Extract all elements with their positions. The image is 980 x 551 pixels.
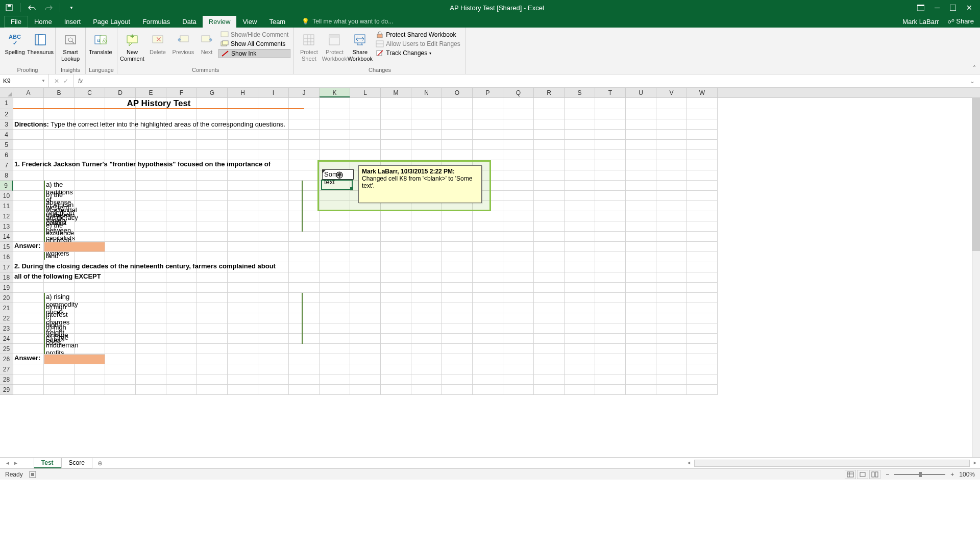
selected-cell-k9[interactable]	[321, 180, 353, 190]
expand-formula-icon[interactable]: ⌄	[965, 78, 980, 85]
allow-users-button[interactable]: Allow Users to Edit Ranges	[374, 40, 462, 48]
row-header[interactable]: 14	[0, 232, 13, 242]
row-header[interactable]: 19	[0, 283, 13, 293]
qat-customize-icon[interactable]: ▼	[66, 3, 77, 13]
enter-formula-icon[interactable]: ✓	[63, 78, 68, 85]
col-header[interactable]: V	[656, 88, 687, 97]
row-header[interactable]: 15	[0, 242, 13, 252]
row-header[interactable]: 29	[0, 385, 13, 395]
delete-comment-button[interactable]: ✕ Delete	[146, 31, 169, 57]
maximize-icon[interactable]	[950, 5, 956, 11]
col-header[interactable]: A	[13, 88, 44, 97]
show-all-comments-button[interactable]: Show All Comments	[218, 40, 290, 48]
col-header[interactable]: O	[442, 88, 473, 97]
tab-formulas[interactable]: Formulas	[136, 16, 176, 28]
row-header[interactable]: 1	[0, 98, 13, 109]
tab-data[interactable]: Data	[176, 16, 202, 28]
row-header[interactable]: 27	[0, 364, 13, 374]
col-header[interactable]: G	[197, 88, 228, 97]
protect-sheet-button[interactable]: Protect Sheet	[297, 31, 321, 63]
tab-view[interactable]: View	[236, 16, 263, 28]
zoom-level[interactable]: 100%	[959, 471, 975, 478]
previous-comment-button[interactable]: Previous	[172, 31, 195, 57]
row-header[interactable]: 23	[0, 323, 13, 334]
add-sheet-button[interactable]: ⊕	[92, 460, 108, 467]
row-header[interactable]: 7	[0, 160, 13, 170]
col-header[interactable]: W	[687, 88, 718, 97]
row-header[interactable]: 22	[0, 313, 13, 323]
tab-team[interactable]: Team	[263, 16, 291, 28]
fx-icon[interactable]: fx	[74, 78, 87, 85]
scrollbar-thumb[interactable]	[972, 98, 980, 251]
row-header[interactable]: 25	[0, 344, 13, 354]
col-header[interactable]: F	[166, 88, 197, 97]
row-header[interactable]: 21	[0, 303, 13, 313]
formula-input[interactable]	[87, 78, 965, 85]
row-header[interactable]: 26	[0, 354, 13, 364]
row-header[interactable]: 11	[0, 201, 13, 211]
page-layout-view-button[interactable]	[857, 470, 868, 479]
row-header[interactable]: 4	[0, 130, 13, 140]
share-workbook-button[interactable]: Share Workbook	[348, 31, 372, 63]
show-ink-button[interactable]: Show Ink	[218, 49, 290, 58]
sheet-tab-test[interactable]: Test	[34, 458, 61, 468]
row-header[interactable]: 18	[0, 272, 13, 283]
col-header[interactable]: K	[320, 88, 350, 97]
zoom-slider[interactable]	[894, 474, 945, 475]
row-header[interactable]: 16	[0, 252, 13, 262]
row-header[interactable]: 17	[0, 262, 13, 272]
col-header[interactable]: I	[258, 88, 289, 97]
row-header[interactable]: 5	[0, 140, 13, 150]
save-icon[interactable]	[4, 3, 14, 13]
row-header[interactable]: 2	[0, 109, 13, 119]
zoom-out-button[interactable]: −	[886, 471, 889, 478]
row-header[interactable]: 3	[0, 119, 13, 130]
close-icon[interactable]: ✕	[966, 4, 972, 12]
answer-box-2[interactable]	[44, 354, 105, 364]
chevron-down-icon[interactable]: ▼	[41, 79, 45, 83]
protect-workbook-button[interactable]: Protect Workbook	[323, 31, 346, 63]
col-header[interactable]: J	[289, 88, 320, 97]
row-header[interactable]: 13	[0, 221, 13, 232]
row-header[interactable]: 20	[0, 293, 13, 303]
answer-box-1[interactable]	[44, 242, 105, 252]
macro-record-icon[interactable]	[29, 471, 36, 478]
tab-review[interactable]: Review	[203, 16, 237, 28]
col-header[interactable]: Q	[503, 88, 534, 97]
thesaurus-button[interactable]: Thesaurus	[29, 31, 52, 57]
row-header[interactable]: 28	[0, 374, 13, 385]
smart-lookup-button[interactable]: Smart Lookup	[59, 31, 82, 63]
row-header[interactable]: 8	[0, 170, 13, 181]
sheet-tab-score[interactable]: Score	[61, 458, 92, 468]
row-header[interactable]: 12	[0, 211, 13, 221]
col-header[interactable]: T	[595, 88, 626, 97]
col-header[interactable]: L	[350, 88, 381, 97]
col-header[interactable]: H	[228, 88, 258, 97]
col-header[interactable]: C	[75, 88, 105, 97]
page-break-view-button[interactable]	[869, 470, 880, 479]
col-header[interactable]: R	[534, 88, 565, 97]
spelling-button[interactable]: ABC✓ Spelling	[3, 31, 27, 57]
tab-file[interactable]: File	[4, 16, 28, 28]
zoom-in-button[interactable]: +	[950, 471, 954, 478]
new-comment-button[interactable]: + New Comment	[120, 31, 144, 63]
user-name[interactable]: Mark LaBarr	[902, 18, 939, 26]
col-header[interactable]: S	[565, 88, 595, 97]
col-header[interactable]: N	[411, 88, 442, 97]
col-header[interactable]: B	[44, 88, 75, 97]
translate-button[interactable]: aあ Translate	[89, 31, 112, 57]
normal-view-button[interactable]	[845, 470, 856, 479]
minimize-icon[interactable]: ─	[935, 4, 940, 12]
col-header[interactable]: U	[626, 88, 656, 97]
collapse-ribbon-icon[interactable]: ˄	[973, 65, 976, 72]
tell-me-search[interactable]: 💡 Tell me what you want to do...	[291, 18, 902, 25]
tab-page-layout[interactable]: Page Layout	[87, 16, 136, 28]
next-comment-button[interactable]: Next	[197, 31, 216, 57]
tab-insert[interactable]: Insert	[58, 16, 87, 28]
row-header[interactable]: 6	[0, 150, 13, 160]
col-header[interactable]: P	[473, 88, 503, 97]
sheet-nav-prev-icon[interactable]: ◄	[5, 460, 10, 466]
col-header[interactable]: D	[105, 88, 136, 97]
name-box[interactable]: K9 ▼	[0, 74, 49, 87]
grid-body[interactable]: AP History Test Directions: Type the cor…	[13, 98, 980, 457]
